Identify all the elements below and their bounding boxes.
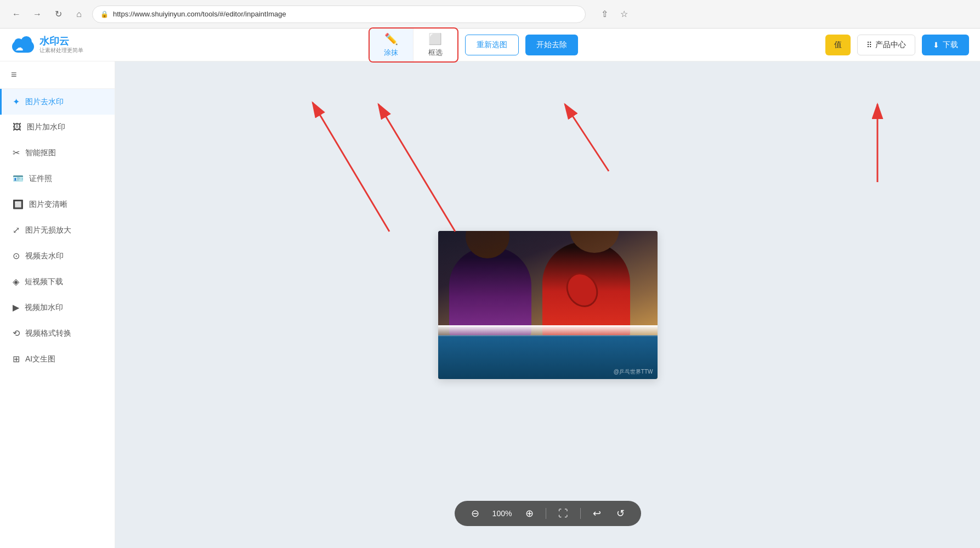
tool-selector: ✏️ 涂抹 ⬜ 框选 <box>369 27 458 63</box>
enhance-icon: 🔲 <box>13 199 24 210</box>
zoom-in-icon: ⊕ <box>525 508 534 519</box>
back-button[interactable]: ← <box>9 7 24 22</box>
video-remove-icon: ⊙ <box>13 251 20 261</box>
product-center-label: 产品中心 <box>875 40 906 50</box>
browser-bar: ← → ↻ ⌂ 🔒 https://www.shuiyinyun.com/too… <box>0 0 980 29</box>
fullscreen-button[interactable]: ⛶ <box>555 507 571 521</box>
sidebar-item-label: 证件照 <box>29 174 52 184</box>
redo-icon: ↺ <box>616 508 625 519</box>
sidebar: ≡ ✦ 图片去水印 🖼 图片加水印 ✂ 智能抠图 🪪 证件照 🔲 图片变清晰 <box>0 61 115 548</box>
download-label: 下载 <box>943 40 958 50</box>
sidebar-item-label: 智能抠图 <box>25 148 56 158</box>
redo-button[interactable]: ↺ <box>613 506 628 521</box>
sidebar-item-label: 短视频下载 <box>25 277 63 287</box>
select-label: 框选 <box>428 48 443 58</box>
paint-tool-button[interactable]: ✏️ 涂抹 <box>370 29 413 61</box>
toolbar-divider-1 <box>546 508 546 519</box>
header-center: ✏️ 涂抹 ⬜ 框选 重新选图 开始去除 <box>121 27 825 63</box>
sidebar-item-smart-cutout[interactable]: ✂ 智能抠图 <box>0 140 115 166</box>
sidebar-item-label: AI文生图 <box>25 354 55 364</box>
sidebar-item-lossless-enlarge[interactable]: ⤢ 图片无损放大 <box>0 217 115 243</box>
sidebar-item-id-photo[interactable]: 🪪 证件照 <box>0 166 115 191</box>
app-container: ☁ 水印云 让素材处理更简单 ✏️ 涂抹 ⬜ 框选 重新选图 开始去除 <box>0 29 980 548</box>
main-content: ≡ ✦ 图片去水印 🖼 图片加水印 ✂ 智能抠图 🪪 证件照 🔲 图片变清晰 <box>0 61 980 548</box>
grid-icon: ⠿ <box>866 41 872 49</box>
image-canvas: @乒乓世界TTW <box>438 231 658 379</box>
address-bar[interactable]: 🔒 https://www.shuiyinyun.com/tools/#/edi… <box>92 5 586 23</box>
svg-text:☁: ☁ <box>15 43 23 52</box>
logo-cloud-icon: ☁ <box>11 36 35 54</box>
sidebar-item-label: 视频格式转换 <box>25 329 71 338</box>
smart-cutout-icon: ✂ <box>13 148 20 158</box>
header: ☁ 水印云 让素材处理更简单 ✏️ 涂抹 ⬜ 框选 重新选图 开始去除 <box>0 29 980 61</box>
logo-sub-text: 让素材处理更简单 <box>39 47 83 54</box>
paint-label: 涂抹 <box>384 48 398 58</box>
sidebar-item-label: 视频加水印 <box>25 303 63 313</box>
sidebar-item-remove-watermark[interactable]: ✦ 图片去水印 <box>0 89 115 115</box>
sidebar-item-ai-text-image[interactable]: ⊞ AI文生图 <box>0 346 115 372</box>
download-button[interactable]: ⬇ 下载 <box>922 35 969 55</box>
bottom-toolbar: ⊖ 100% ⊕ ⛶ ↩ ↺ <box>455 501 641 526</box>
remove-button[interactable]: 开始去除 <box>525 35 578 55</box>
sidebar-item-add-watermark[interactable]: 🖼 图片加水印 <box>0 115 115 140</box>
logo-area: ☁ 水印云 让素材处理更简单 <box>11 36 121 54</box>
image-container: @乒乓世界TTW <box>438 231 658 379</box>
logo-text-area: 水印云 让素材处理更简单 <box>39 36 83 54</box>
hamburger-icon: ≡ <box>11 69 17 81</box>
sidebar-item-label: 图片去水印 <box>25 97 64 107</box>
bookmark-button[interactable]: ☆ <box>616 7 632 22</box>
select-icon: ⬜ <box>428 32 442 46</box>
sidebar-item-label: 图片无损放大 <box>25 225 71 235</box>
lock-icon: 🔒 <box>100 10 109 18</box>
brush-icon: ✏️ <box>384 32 398 46</box>
zoom-out-button[interactable]: ⊖ <box>468 506 483 521</box>
ai-text-icon: ⊞ <box>13 354 20 364</box>
svg-line-8 <box>565 104 609 171</box>
menu-toggle[interactable]: ≡ <box>0 61 115 89</box>
share-button[interactable]: ⇧ <box>597 7 612 22</box>
zoom-percent: 100% <box>491 509 513 518</box>
add-watermark-icon: 🖼 <box>13 122 21 132</box>
sidebar-item-video-format-convert[interactable]: ⟲ 视频格式转换 <box>0 320 115 346</box>
id-photo-icon: 🪪 <box>13 173 24 184</box>
undo-icon: ↩ <box>593 508 601 519</box>
sidebar-item-video-add-watermark[interactable]: ▶ 视频加水印 <box>0 295 115 320</box>
sidebar-item-label: 视频去水印 <box>25 251 64 261</box>
reselect-button[interactable]: 重新选图 <box>465 35 519 55</box>
short-video-icon: ◈ <box>13 276 19 287</box>
browser-actions: ⇧ ☆ <box>597 7 632 22</box>
download-icon: ⬇ <box>933 41 939 49</box>
logo-main-text: 水印云 <box>39 36 83 48</box>
sidebar-item-enhance-image[interactable]: 🔲 图片变清晰 <box>0 191 115 217</box>
zoom-in-button[interactable]: ⊕ <box>522 506 537 521</box>
remove-watermark-icon: ✦ <box>13 97 20 107</box>
forward-button[interactable]: → <box>30 7 45 22</box>
zoom-out-icon: ⊖ <box>471 508 479 519</box>
refresh-button[interactable]: ↻ <box>50 7 66 22</box>
url-text: https://www.shuiyinyun.com/tools/#/edito… <box>113 10 286 18</box>
product-center-button[interactable]: ⠿ 产品中心 <box>857 35 915 55</box>
fill-value-button[interactable]: 值 <box>825 35 851 55</box>
select-tool-button[interactable]: ⬜ 框选 <box>413 29 457 61</box>
sidebar-item-short-video-download[interactable]: ◈ 短视频下载 <box>0 269 115 295</box>
sidebar-item-label: 图片加水印 <box>27 122 65 132</box>
enlarge-icon: ⤢ <box>13 225 20 235</box>
home-button[interactable]: ⌂ <box>71 7 87 22</box>
format-convert-icon: ⟲ <box>13 328 20 338</box>
watermark-text: @乒乓世界TTW <box>614 368 653 376</box>
undo-button[interactable]: ↩ <box>590 506 604 521</box>
svg-line-7 <box>378 104 455 231</box>
sidebar-item-label: 图片变清晰 <box>29 200 67 210</box>
header-right: 值 ⠿ 产品中心 ⬇ 下载 <box>825 35 969 55</box>
canvas-area[interactable]: @乒乓世界TTW <box>115 61 980 548</box>
fullscreen-icon: ⛶ <box>558 508 568 519</box>
video-add-icon: ▶ <box>13 302 19 313</box>
sidebar-item-video-remove-watermark[interactable]: ⊙ 视频去水印 <box>0 243 115 269</box>
toolbar-divider-2 <box>580 508 581 519</box>
svg-line-6 <box>313 103 389 231</box>
